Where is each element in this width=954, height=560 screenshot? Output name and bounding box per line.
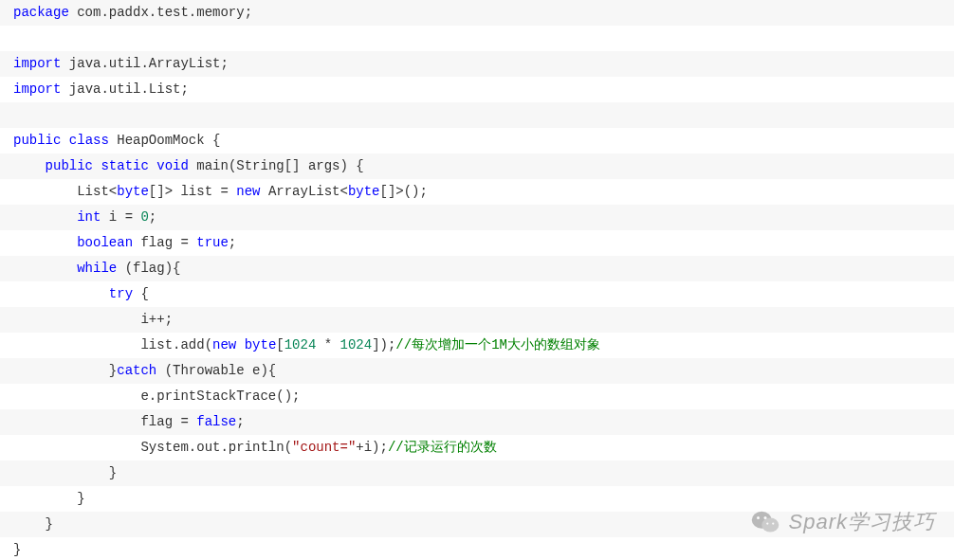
code-line: } bbox=[0, 461, 954, 486]
code-line: import java.util.ArrayList; bbox=[0, 51, 954, 77]
svg-point-2 bbox=[757, 516, 760, 519]
watermark: Spark学习技巧 bbox=[751, 508, 935, 536]
code-line bbox=[0, 102, 954, 128]
code-block: package com.paddx.test.memory; import ja… bbox=[0, 0, 954, 560]
wechat-icon bbox=[751, 510, 780, 534]
code-line: while (flag){ bbox=[0, 256, 954, 281]
code-line: i++; bbox=[0, 307, 954, 333]
svg-point-1 bbox=[761, 518, 779, 533]
code-line: import java.util.List; bbox=[0, 77, 954, 102]
code-line: } bbox=[0, 537, 954, 560]
code-line bbox=[0, 26, 954, 51]
code-line: e.printStackTrace(); bbox=[0, 384, 954, 409]
svg-point-3 bbox=[763, 516, 766, 519]
code-line: List<byte[]> list = new ArrayList<byte[]… bbox=[0, 179, 954, 205]
code-line: }catch (Throwable e){ bbox=[0, 358, 954, 384]
svg-point-5 bbox=[772, 522, 774, 524]
watermark-text: Spark学习技巧 bbox=[789, 508, 935, 536]
code-line: boolean flag = true; bbox=[0, 230, 954, 256]
code-line: public static void main(String[] args) { bbox=[0, 154, 954, 179]
code-line: flag = false; bbox=[0, 409, 954, 435]
code-line: package com.paddx.test.memory; bbox=[0, 0, 954, 26]
code-line: public class HeapOomMock { bbox=[0, 128, 954, 154]
svg-point-4 bbox=[766, 522, 768, 524]
code-line: System.out.println("count="+i);//记录运行的次数 bbox=[0, 435, 954, 461]
code-line: list.add(new byte[1024 * 1024]);//每次增加一个… bbox=[0, 333, 954, 358]
code-line: int i = 0; bbox=[0, 205, 954, 230]
code-line: try { bbox=[0, 281, 954, 307]
